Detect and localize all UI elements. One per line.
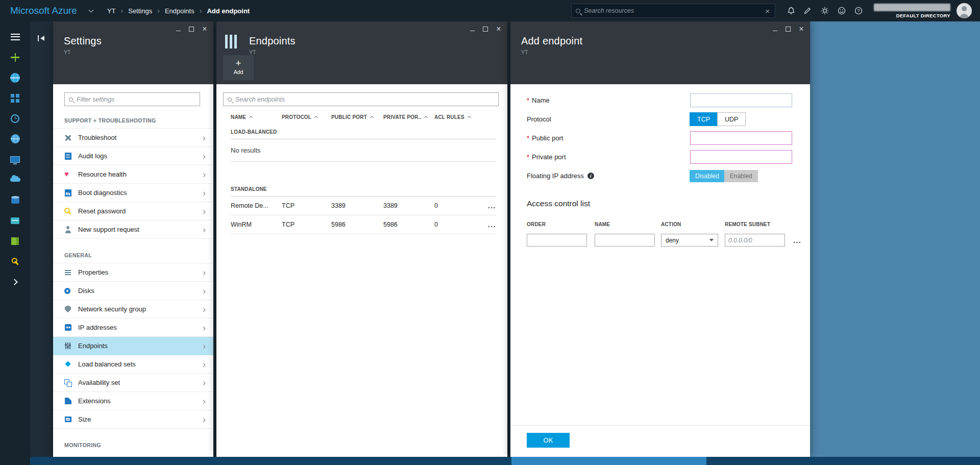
search-resources-input[interactable] bbox=[584, 7, 764, 14]
sidebar-item-menu[interactable] bbox=[0, 27, 30, 47]
acl-more-button[interactable]: ... bbox=[793, 236, 801, 244]
settings-blade: Settings YT SUPPORT + TROUBLESHOOTING Tr… bbox=[53, 21, 213, 457]
help-icon: ? bbox=[854, 6, 863, 15]
acl-order-input[interactable] bbox=[527, 234, 587, 247]
horizontal-scrollbar[interactable] bbox=[30, 457, 980, 465]
settings-item-boot-diagnostics[interactable]: Boot diagnostics bbox=[53, 184, 213, 202]
maximize-icon[interactable] bbox=[480, 24, 491, 34]
avatar[interactable] bbox=[957, 3, 972, 18]
blade-window-controls bbox=[173, 24, 210, 34]
support-request-icon bbox=[64, 226, 72, 234]
maximize-icon[interactable] bbox=[186, 24, 197, 34]
smiley-feedback-button[interactable] bbox=[833, 0, 850, 21]
directory-block[interactable]: DEFAULT DIRECTORY bbox=[874, 4, 950, 18]
sidebar-item-storage[interactable] bbox=[0, 210, 30, 231]
row-more-button[interactable]: ... bbox=[479, 221, 496, 229]
breadcrumb-yt[interactable]: YT bbox=[107, 7, 116, 15]
floating-ip-disabled-option[interactable]: Disabled bbox=[690, 170, 725, 182]
settings-item-ip-addresses[interactable]: IP addresses bbox=[53, 319, 213, 337]
settings-item-network-security-group[interactable]: Network security group bbox=[53, 300, 213, 319]
row-more-button[interactable]: ... bbox=[479, 202, 496, 210]
endpoints-table-header: NAME PROTOCOL PUBLIC PORT PRIVATE POR.. … bbox=[231, 114, 496, 120]
minimize-icon[interactable] bbox=[769, 24, 780, 34]
minimize-icon[interactable] bbox=[173, 24, 184, 34]
settings-item-size[interactable]: Size bbox=[53, 410, 213, 429]
sidebar-item-key-vault[interactable] bbox=[0, 251, 30, 272]
acl-name-input[interactable] bbox=[595, 234, 655, 247]
sidebar-item-cloud-services[interactable] bbox=[0, 169, 30, 190]
protocol-udp-option[interactable]: UDP bbox=[717, 112, 746, 126]
sidebar-item-all-resources[interactable] bbox=[0, 88, 30, 108]
name-input[interactable] bbox=[690, 93, 792, 107]
settings-item-availability-set[interactable]: Availability set bbox=[53, 374, 213, 392]
chevron-down-icon[interactable] bbox=[88, 7, 93, 12]
clear-search-icon[interactable] bbox=[764, 7, 771, 15]
svg-text:?: ? bbox=[857, 8, 860, 13]
protocol-tcp-option[interactable]: TCP bbox=[690, 112, 718, 126]
chevron-right-icon bbox=[203, 397, 206, 406]
column-header-public-port[interactable]: PUBLIC PORT bbox=[331, 114, 383, 120]
chevron-right-icon bbox=[203, 225, 206, 234]
endpoint-public-port: 3389 bbox=[331, 202, 383, 209]
settings-item-reset-password[interactable]: Reset password bbox=[53, 202, 213, 221]
shield-icon bbox=[64, 305, 72, 313]
close-icon[interactable] bbox=[493, 24, 504, 34]
sidebar-item-marketplace[interactable] bbox=[0, 231, 30, 251]
search-endpoints-input[interactable] bbox=[235, 96, 494, 103]
help-button[interactable]: ? bbox=[850, 0, 867, 21]
chevron-right-icon bbox=[203, 207, 206, 216]
endpoint-row-remote-desktop[interactable]: Remote De... TCP 3389 3389 0 ... bbox=[231, 197, 496, 215]
column-header-private-port[interactable]: PRIVATE POR.. bbox=[383, 114, 434, 120]
properties-icon bbox=[64, 268, 72, 277]
endpoint-row-winrm[interactable]: WinRM TCP 5986 5986 0 ... bbox=[231, 215, 496, 234]
column-header-protocol[interactable]: PROTOCOL bbox=[282, 114, 331, 120]
private-port-input[interactable] bbox=[690, 150, 792, 164]
globe-icon bbox=[11, 134, 20, 143]
maximize-icon[interactable] bbox=[782, 24, 794, 34]
sidebar-item-new[interactable] bbox=[0, 47, 30, 67]
close-icon[interactable] bbox=[199, 24, 210, 34]
field-label: Public port bbox=[532, 134, 563, 142]
sidebar-item-virtual-machines[interactable] bbox=[0, 149, 30, 169]
floating-ip-enabled-option[interactable]: Enabled bbox=[724, 170, 758, 182]
settings-item-audit-logs[interactable]: Audit logs bbox=[53, 147, 213, 165]
close-icon[interactable] bbox=[796, 24, 807, 34]
minimize-icon[interactable] bbox=[467, 24, 478, 34]
breadcrumb-separator-icon bbox=[200, 7, 202, 15]
sidebar-item-recent[interactable] bbox=[0, 108, 30, 129]
azure-logo[interactable]: Microsoft Azure bbox=[10, 5, 77, 16]
column-header-acl-rules[interactable]: ACL RULES bbox=[434, 114, 479, 120]
settings-item-resource-health[interactable]: Resource health bbox=[53, 165, 213, 184]
scrollbar-thumb[interactable] bbox=[511, 457, 706, 465]
sidebar-item-expand[interactable] bbox=[0, 272, 30, 292]
sidebar-item-app-services[interactable] bbox=[0, 129, 30, 149]
settings-item-label: Resource health bbox=[78, 170, 203, 178]
add-endpoint-button[interactable]: Add bbox=[223, 55, 254, 80]
settings-item-endpoints[interactable]: Endpoints bbox=[53, 337, 213, 355]
settings-button[interactable] bbox=[816, 0, 833, 21]
collapse-blades-button[interactable] bbox=[38, 35, 46, 42]
acl-remote-subnet-input[interactable] bbox=[725, 234, 785, 247]
grid-icon bbox=[11, 94, 14, 97]
sidebar-item-sql-databases[interactable] bbox=[0, 190, 30, 210]
chevron-right-icon bbox=[203, 305, 206, 314]
settings-item-extensions[interactable]: Extensions bbox=[53, 392, 213, 410]
filter-settings-input[interactable] bbox=[77, 96, 195, 103]
column-header-name[interactable]: NAME bbox=[231, 114, 282, 120]
acl-action-select[interactable]: deny bbox=[661, 234, 718, 247]
settings-item-troubleshoot[interactable]: Troubleshoot bbox=[53, 129, 213, 147]
sidebar-item-virtual-machines-classic[interactable] bbox=[0, 67, 30, 88]
pencil-icon bbox=[803, 6, 813, 15]
settings-item-load-balanced-sets[interactable]: Load balanced sets bbox=[53, 355, 213, 374]
settings-blade-body: SUPPORT + TROUBLESHOOTING Troubleshoot A… bbox=[53, 84, 213, 457]
breadcrumb-endpoints[interactable]: Endpoints bbox=[165, 7, 194, 15]
public-port-input[interactable] bbox=[690, 131, 792, 145]
settings-item-new-support-request[interactable]: New support request bbox=[53, 221, 213, 239]
settings-item-properties[interactable]: Properties bbox=[53, 263, 213, 282]
info-icon[interactable] bbox=[587, 173, 594, 179]
settings-item-disks[interactable]: Disks bbox=[53, 282, 213, 300]
notifications-button[interactable] bbox=[782, 0, 799, 21]
feedback-button[interactable] bbox=[799, 0, 816, 21]
ok-button[interactable]: OK bbox=[527, 433, 570, 448]
breadcrumb-settings[interactable]: Settings bbox=[128, 7, 152, 15]
